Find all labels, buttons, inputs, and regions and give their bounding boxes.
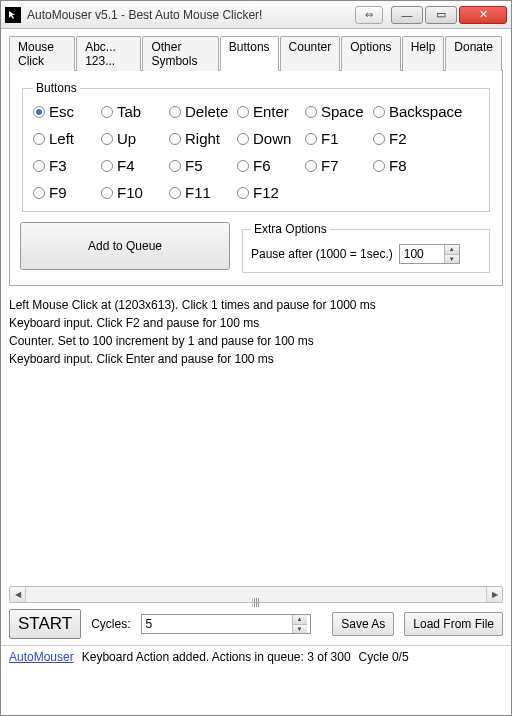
radio-dot-icon <box>101 160 113 172</box>
radio-space[interactable]: Space <box>305 103 367 120</box>
radio-label: Up <box>117 130 136 147</box>
close-button[interactable]: ✕ <box>459 6 507 24</box>
radio-f8[interactable]: F8 <box>373 157 435 174</box>
queue-item[interactable]: Counter. Set to 100 increment by 1 and p… <box>9 332 503 350</box>
radio-tab[interactable]: Tab <box>101 103 163 120</box>
tab-donate[interactable]: Donate <box>445 36 502 71</box>
radio-dot-icon <box>33 106 45 118</box>
radio-dot-icon <box>305 106 317 118</box>
start-button[interactable]: START <box>9 609 81 639</box>
tab-options[interactable]: Options <box>341 36 400 71</box>
cycles-input[interactable] <box>142 615 292 633</box>
radio-label: Delete <box>185 103 228 120</box>
radio-label: Tab <box>117 103 141 120</box>
cycles-label: Cycles: <box>91 617 130 631</box>
radio-label: Esc <box>49 103 74 120</box>
tab-mouse-click[interactable]: Mouse Click <box>9 36 75 71</box>
radio-esc[interactable]: Esc <box>33 103 95 120</box>
radio-label: Enter <box>253 103 289 120</box>
save-as-button[interactable]: Save As <box>332 612 394 636</box>
radio-label: Down <box>253 130 291 147</box>
radio-label: Space <box>321 103 364 120</box>
minimize-button[interactable]: — <box>391 6 423 24</box>
radio-f2[interactable]: F2 <box>373 130 435 147</box>
radio-label: F10 <box>117 184 143 201</box>
radio-dot-icon <box>101 187 113 199</box>
app-icon <box>5 7 21 23</box>
radio-dot-icon <box>101 106 113 118</box>
status-bar: AutoMouser Keyboard Action added. Action… <box>1 645 511 668</box>
radio-label: Right <box>185 130 220 147</box>
radio-right[interactable]: Right <box>169 130 231 147</box>
radio-label: F7 <box>321 157 339 174</box>
tab-panel-buttons: Buttons EscTabDeleteEnterSpaceBackspaceL… <box>9 71 503 286</box>
radio-enter[interactable]: Enter <box>237 103 299 120</box>
tab-counter[interactable]: Counter <box>280 36 341 71</box>
radio-left[interactable]: Left <box>33 130 95 147</box>
action-queue-list: Left Mouse Click at (1203x613). Click 1 … <box>9 296 503 586</box>
radio-label: F2 <box>389 130 407 147</box>
tab-help[interactable]: Help <box>402 36 445 71</box>
buttons-group-legend: Buttons <box>33 81 80 95</box>
radio-f7[interactable]: F7 <box>305 157 367 174</box>
pause-after-label: Pause after (1000 = 1sec.) <box>251 247 393 261</box>
radio-label: Backspace <box>389 103 462 120</box>
radio-label: Left <box>49 130 74 147</box>
cycles-down-arrow[interactable]: ▼ <box>293 625 307 634</box>
tab-other-symbols[interactable]: Other Symbols <box>142 36 218 71</box>
radio-dot-icon <box>169 133 181 145</box>
radio-f6[interactable]: F6 <box>237 157 299 174</box>
status-link[interactable]: AutoMouser <box>9 650 74 664</box>
overflow-button[interactable]: ⇔ <box>355 6 383 24</box>
radio-down[interactable]: Down <box>237 130 299 147</box>
add-to-queue-button[interactable]: Add to Queue <box>20 222 230 270</box>
extra-options-group: Extra Options Pause after (1000 = 1sec.)… <box>242 222 490 273</box>
load-from-file-button[interactable]: Load From File <box>404 612 503 636</box>
pause-up-arrow[interactable]: ▲ <box>445 245 459 255</box>
radio-f12[interactable]: F12 <box>237 184 299 201</box>
radio-dot-icon <box>169 187 181 199</box>
radio-dot-icon <box>169 106 181 118</box>
radio-dot-icon <box>237 106 249 118</box>
queue-item[interactable]: Keyboard input. Click Enter and pause fo… <box>9 350 503 368</box>
radio-f5[interactable]: F5 <box>169 157 231 174</box>
radio-label: F8 <box>389 157 407 174</box>
radio-label: F9 <box>49 184 67 201</box>
queue-item[interactable]: Keyboard input. Click F2 and pause for 1… <box>9 314 503 332</box>
pause-after-spinner[interactable]: ▲ ▼ <box>399 244 460 264</box>
radio-label: F3 <box>49 157 67 174</box>
scroll-left-arrow[interactable]: ◀ <box>10 587 26 602</box>
scroll-right-arrow[interactable]: ▶ <box>486 587 502 602</box>
pause-after-input[interactable] <box>400 245 444 263</box>
buttons-group: Buttons EscTabDeleteEnterSpaceBackspaceL… <box>22 81 490 212</box>
radio-f3[interactable]: F3 <box>33 157 95 174</box>
radio-label: F12 <box>253 184 279 201</box>
queue-item[interactable]: Left Mouse Click at (1203x613). Click 1 … <box>9 296 503 314</box>
radio-backspace[interactable]: Backspace <box>373 103 462 120</box>
radio-dot-icon <box>33 187 45 199</box>
cycles-spinner[interactable]: ▲ ▼ <box>141 614 311 634</box>
radio-label: F11 <box>185 184 211 201</box>
maximize-button[interactable]: ▭ <box>425 6 457 24</box>
radio-f1[interactable]: F1 <box>305 130 367 147</box>
pause-down-arrow[interactable]: ▼ <box>445 255 459 264</box>
status-message: Keyboard Action added. Actions in queue:… <box>82 650 351 664</box>
radio-up[interactable]: Up <box>101 130 163 147</box>
radio-dot-icon <box>101 133 113 145</box>
radio-dot-icon <box>373 133 385 145</box>
radio-dot-icon <box>33 133 45 145</box>
radio-dot-icon <box>237 187 249 199</box>
cycles-up-arrow[interactable]: ▲ <box>293 615 307 625</box>
window-title: AutoMouser v5.1 - Best Auto Mouse Clicke… <box>27 8 355 22</box>
radio-f4[interactable]: F4 <box>101 157 163 174</box>
radio-dot-icon <box>237 133 249 145</box>
tab-buttons[interactable]: Buttons <box>220 36 279 71</box>
radio-f10[interactable]: F10 <box>101 184 163 201</box>
horizontal-scrollbar[interactable]: ◀ ▶ <box>9 586 503 603</box>
tab-abc-123[interactable]: Abc... 123... <box>76 36 141 71</box>
radio-f9[interactable]: F9 <box>33 184 95 201</box>
radio-delete[interactable]: Delete <box>169 103 231 120</box>
extra-options-legend: Extra Options <box>251 222 330 236</box>
radio-f11[interactable]: F11 <box>169 184 231 201</box>
titlebar: AutoMouser v5.1 - Best Auto Mouse Clicke… <box>1 1 511 29</box>
